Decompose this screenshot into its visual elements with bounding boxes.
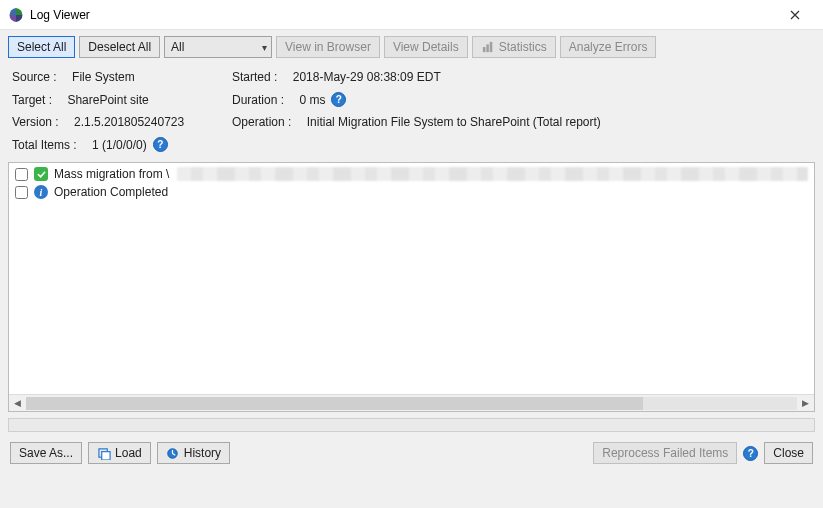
svg-rect-1 — [483, 47, 486, 52]
reprocess-failed-button[interactable]: Reprocess Failed Items — [593, 442, 737, 464]
version-field: Version : 2.1.5.201805240723 — [12, 115, 222, 129]
svg-rect-3 — [489, 42, 492, 52]
log-row-text: Operation Completed — [54, 185, 168, 199]
row-checkbox[interactable] — [15, 168, 28, 181]
scroll-left-arrow[interactable]: ◀ — [9, 395, 26, 412]
view-details-button[interactable]: View Details — [384, 36, 468, 58]
progress-bar — [8, 418, 815, 432]
row-checkbox[interactable] — [15, 186, 28, 199]
operation-field: Operation : Initial Migration File Syste… — [232, 115, 811, 129]
help-icon[interactable]: ? — [153, 137, 168, 152]
started-field: Started : 2018-May-29 08:38:09 EDT — [232, 70, 811, 84]
window-title: Log Viewer — [30, 8, 775, 22]
close-button[interactable]: Close — [764, 442, 813, 464]
svg-rect-5 — [101, 451, 109, 459]
analyze-errors-button[interactable]: Analyze Errors — [560, 36, 657, 58]
check-icon — [34, 167, 48, 181]
scroll-thumb[interactable] — [26, 397, 643, 410]
history-button[interactable]: History — [157, 442, 230, 464]
load-icon — [97, 446, 111, 460]
view-in-browser-button[interactable]: View in Browser — [276, 36, 380, 58]
select-all-button[interactable]: Select All — [8, 36, 75, 58]
deselect-all-button[interactable]: Deselect All — [79, 36, 160, 58]
close-window-button[interactable] — [775, 3, 815, 27]
log-list-body: Mass migration from \ i Operation Comple… — [9, 163, 814, 394]
history-icon — [166, 446, 180, 460]
log-row[interactable]: Mass migration from \ — [11, 165, 812, 183]
filter-select[interactable]: All ▾ — [164, 36, 272, 58]
svg-rect-2 — [486, 44, 489, 52]
app-icon — [8, 7, 24, 23]
titlebar: Log Viewer — [0, 0, 823, 30]
total-items-field: Total Items : 1 (1/0/0/0) ? — [12, 137, 811, 152]
info-icon: i — [34, 185, 48, 199]
horizontal-scrollbar[interactable]: ◀ ▶ — [9, 394, 814, 411]
metadata-panel: Source : File System Started : 2018-May-… — [0, 64, 823, 162]
save-as-button[interactable]: Save As... — [10, 442, 82, 464]
log-list: Mass migration from \ i Operation Comple… — [8, 162, 815, 412]
redacted-content — [177, 167, 808, 181]
scroll-right-arrow[interactable]: ▶ — [797, 395, 814, 412]
source-field: Source : File System — [12, 70, 222, 84]
load-button[interactable]: Load — [88, 442, 151, 464]
log-row[interactable]: i Operation Completed — [11, 183, 812, 201]
duration-field: Duration : 0 ms ? — [232, 92, 811, 107]
scroll-track[interactable] — [26, 397, 797, 410]
statistics-button[interactable]: Statistics — [472, 36, 556, 58]
log-row-text: Mass migration from \ — [54, 167, 169, 181]
filter-select-value: All — [171, 40, 184, 54]
statistics-icon — [481, 40, 495, 54]
chevron-down-icon: ▾ — [262, 42, 267, 53]
help-icon[interactable]: ? — [743, 446, 758, 461]
target-field: Target : SharePoint site — [12, 92, 222, 107]
toolbar: Select All Deselect All All ▾ View in Br… — [0, 30, 823, 64]
footer-toolbar: Save As... Load Hi — [0, 432, 823, 474]
help-icon[interactable]: ? — [331, 92, 346, 107]
